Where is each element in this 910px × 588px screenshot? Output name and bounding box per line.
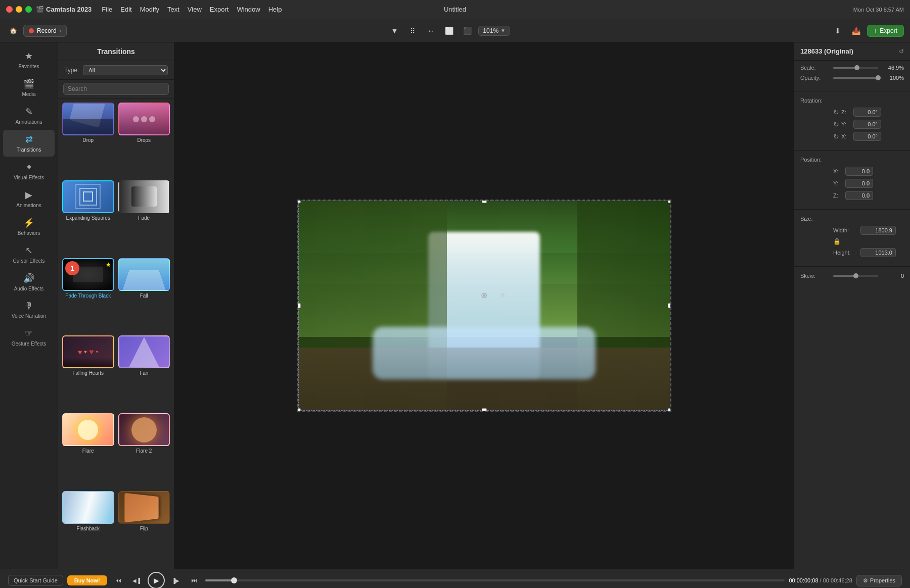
download-icon[interactable]: ⬇ xyxy=(831,24,845,38)
traffic-lights[interactable] xyxy=(6,6,32,13)
properties-button[interactable]: ⚙ Properties xyxy=(856,575,902,586)
opacity-slider-thumb[interactable] xyxy=(876,75,881,80)
skew-slider-thumb[interactable] xyxy=(853,273,858,278)
handle-bl[interactable] xyxy=(298,408,301,411)
minimize-button[interactable] xyxy=(16,6,22,13)
frame-tool[interactable]: ⬛ xyxy=(460,24,474,38)
rotation-header-row: Rotation: xyxy=(800,97,904,104)
transition-flare-2[interactable]: Flare 2 xyxy=(118,413,170,487)
share-icon[interactable]: 📤 xyxy=(849,24,863,38)
menu-export[interactable]: Export xyxy=(210,6,229,13)
transition-expanding-squares[interactable]: Expanding Squares xyxy=(62,180,114,254)
type-select[interactable]: All 2D 3D xyxy=(83,65,168,75)
handle-b[interactable] xyxy=(482,408,487,411)
opacity-slider[interactable] xyxy=(833,77,878,79)
sidebar-item-behaviors[interactable]: ⚡ Behaviors xyxy=(3,213,55,240)
main-layout: ★ Favorites 🎬 Media ✎ Annotations ⇄ Tran… xyxy=(0,42,910,569)
transition-falling-hearts[interactable]: ♥ ♥ ♥ ♥ Falling Hearts xyxy=(62,335,114,409)
menu-view[interactable]: View xyxy=(188,6,202,13)
rotation-x-icon[interactable]: ↻ xyxy=(833,132,839,140)
titlebar: 🎬 Camtasia 2023 File Edit Modify Text Vi… xyxy=(0,0,910,19)
zoom-control[interactable]: 101% ▼ xyxy=(478,26,510,36)
maximize-button[interactable] xyxy=(25,6,32,13)
frame-forward-button[interactable]: ▐▶ xyxy=(169,573,183,587)
transition-flare[interactable]: Flare xyxy=(62,413,114,487)
home-button[interactable]: 🏠 xyxy=(6,24,20,38)
menu-window[interactable]: Window xyxy=(237,6,260,13)
transition-fall[interactable]: Fall xyxy=(118,258,170,332)
sidebar-item-media[interactable]: 🎬 Media xyxy=(3,74,55,101)
handle-r[interactable] xyxy=(668,303,670,308)
handle-tl[interactable] xyxy=(298,201,301,203)
record-button[interactable]: Record › xyxy=(23,25,67,37)
sidebar-item-transitions[interactable]: ⇄ Transitions xyxy=(3,130,55,157)
menu-edit[interactable]: Edit xyxy=(120,6,131,13)
handle-br[interactable] xyxy=(668,408,670,411)
properties-reset-icon[interactable]: ↺ xyxy=(899,48,904,55)
handle-tr[interactable] xyxy=(668,201,670,203)
transition-flashback[interactable]: Flashback xyxy=(62,491,114,565)
position-y-value[interactable]: 0.0 xyxy=(845,179,873,188)
position-z-value[interactable]: 0.0 xyxy=(845,191,873,200)
menu-text[interactable]: Text xyxy=(167,6,179,13)
size-lock-icon[interactable]: 🔒 xyxy=(833,238,841,245)
skew-slider[interactable] xyxy=(833,275,878,277)
skip-back-button[interactable]: ⏮ xyxy=(111,573,125,587)
search-input[interactable] xyxy=(63,83,169,95)
zoom-dropdown-icon[interactable]: ▼ xyxy=(500,28,506,33)
size-header-row: Size: xyxy=(800,216,904,222)
align-tool[interactable]: ↔ xyxy=(424,24,438,38)
animations-icon: ▶ xyxy=(25,189,32,201)
canvas-crosshair[interactable]: ⊗ xyxy=(481,290,487,300)
toolbar-left: 🏠 Record › xyxy=(6,24,67,38)
menu-modify[interactable]: Modify xyxy=(140,6,159,13)
handle-l[interactable] xyxy=(298,303,301,308)
crop-tool[interactable]: ⬜ xyxy=(442,24,456,38)
transition-drop[interactable]: Drop xyxy=(62,103,114,176)
position-x-value[interactable]: 0.0 xyxy=(845,167,873,176)
play-icon: ▶ xyxy=(154,576,159,584)
transition-fade-through-black[interactable]: 1 ★ Fade Through Black xyxy=(62,258,114,332)
sidebar-item-annotations[interactable]: ✎ Annotations xyxy=(3,102,55,129)
size-section: Size: Width: 1800.9 🔒 Height: 1013.0 xyxy=(794,212,910,264)
rotation-y-value[interactable]: 0.0° xyxy=(853,120,881,129)
rotation-x-value[interactable]: 0.0° xyxy=(853,132,881,141)
buy-now-button[interactable]: Buy Now! xyxy=(67,575,107,585)
grid-tool[interactable]: ⠿ xyxy=(405,24,420,38)
menu-file[interactable]: File xyxy=(102,6,112,13)
transition-fade[interactable]: Fade xyxy=(118,180,170,254)
scale-slider[interactable] xyxy=(833,67,878,69)
export-label: Export xyxy=(880,27,897,34)
frame-back-button[interactable]: ◀▐ xyxy=(129,573,144,587)
scale-slider-thumb[interactable] xyxy=(854,65,859,70)
width-value[interactable]: 1800.9 xyxy=(860,226,896,235)
play-button[interactable]: ▶ xyxy=(148,572,165,588)
export-button[interactable]: ↑ Export xyxy=(867,25,904,37)
sidebar-item-favorites[interactable]: ★ Favorites xyxy=(3,46,55,73)
sidebar-item-visual-effects[interactable]: ✦ Visual Effects xyxy=(3,158,55,184)
sidebar-item-voice-narration[interactable]: 🎙 Voice Narration xyxy=(3,297,55,323)
sidebar-item-gesture-effects[interactable]: ☞ Gesture Effects xyxy=(3,324,55,351)
transition-expanding-squares-label: Expanding Squares xyxy=(66,215,110,221)
transition-fan[interactable]: Fan xyxy=(118,335,170,409)
handle-t[interactable] xyxy=(482,201,487,203)
pointer-tool[interactable]: ▼ xyxy=(387,24,401,38)
scrubber-bar[interactable] xyxy=(205,579,785,581)
rotation-y-icon[interactable]: ↻ xyxy=(833,120,839,128)
height-value[interactable]: 1013.0 xyxy=(860,248,896,257)
rotation-z-row: ↻ Z: 0.0° xyxy=(833,108,904,117)
menu-help[interactable]: Help xyxy=(268,6,282,13)
type-label: Type: xyxy=(64,67,79,74)
left-playback-controls: Quick Start Guide Buy Now! xyxy=(8,575,107,586)
rotation-z-icon[interactable]: ↻ xyxy=(833,108,839,116)
transition-flip[interactable]: Flip xyxy=(118,491,170,565)
transition-drops[interactable]: Drops xyxy=(118,103,170,176)
close-button[interactable] xyxy=(6,6,13,13)
sidebar-item-audio-effects[interactable]: 🔊 Audio Effects xyxy=(3,269,55,296)
quick-start-button[interactable]: Quick Start Guide xyxy=(8,575,63,586)
skip-forward-button[interactable]: ⏭ xyxy=(187,573,201,587)
sidebar-item-animations[interactable]: ▶ Animations xyxy=(3,185,55,212)
scrubber-thumb[interactable] xyxy=(231,577,237,583)
rotation-z-value[interactable]: 0.0° xyxy=(853,108,881,117)
sidebar-item-cursor-effects[interactable]: ↖ Cursor Effects xyxy=(3,241,55,268)
